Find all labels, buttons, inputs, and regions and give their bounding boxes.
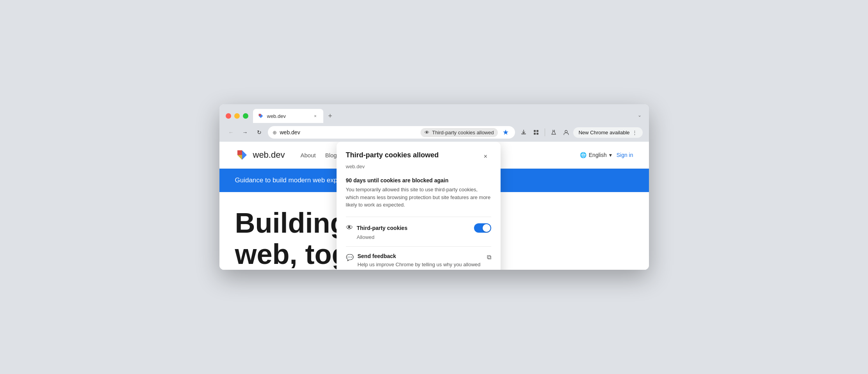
svg-rect-4 [536, 130, 538, 132]
active-tab[interactable]: web.dev × [253, 109, 323, 123]
svg-point-8 [565, 130, 567, 133]
toggle-left: 👁 Third-party cookies [346, 224, 408, 232]
popup-close-button[interactable]: × [480, 151, 491, 162]
feedback-content: Send feedback Help us improve Chrome by … [358, 253, 487, 270]
nav-about[interactable]: About [300, 152, 315, 159]
popup-divider-1 [346, 217, 491, 217]
feedback-text: Help us improve Chrome by telling us why… [358, 261, 487, 270]
popup-title: Third-party cookies allowed [346, 151, 439, 159]
profile-button[interactable] [561, 127, 572, 138]
svg-rect-6 [536, 133, 538, 135]
svg-marker-1 [258, 114, 260, 116]
globe-icon: 🌐 [580, 152, 586, 158]
feedback-title: Send feedback [358, 253, 487, 259]
language-label: English [589, 152, 607, 158]
feedback-external-link-icon[interactable]: ⧉ [487, 254, 491, 261]
svg-rect-3 [534, 130, 536, 132]
svg-rect-2 [521, 134, 526, 134]
popup-warning-title: 90 days until cookies are blocked again [346, 177, 491, 183]
toggle-sublabel: Allowed [357, 234, 491, 240]
popup-domain: web.dev [346, 164, 491, 169]
nav-right-controls: New Chrome available ⋮ [518, 127, 643, 138]
toggle-label: Third-party cookies [357, 225, 408, 231]
more-options-icon: ⋮ [632, 130, 637, 135]
back-button[interactable]: ← [226, 127, 237, 138]
address-secure-icon: ⊕ [273, 130, 277, 135]
nav-bar: ← → ↻ ⊕ web.dev 👁 Third-party cookies al… [219, 123, 649, 142]
popup-warning-text: You temporarily allowed this site to use… [346, 186, 491, 209]
tab-close-button[interactable]: × [312, 113, 319, 119]
bookmark-button[interactable]: ★ [501, 126, 510, 138]
new-chrome-button[interactable]: New Chrome available ⋮ [573, 127, 643, 138]
feedback-chat-icon: 💬 [346, 254, 354, 261]
cookies-badge-label: Third-party cookies allowed [432, 130, 494, 135]
nav-blog[interactable]: Blog [325, 152, 337, 159]
cookies-eye-icon: 👁 [346, 224, 353, 232]
minimize-window-button[interactable] [234, 113, 240, 119]
nav-separator [545, 128, 545, 136]
svg-rect-5 [534, 133, 536, 135]
cookies-popup: Third-party cookies allowed × web.dev 90… [337, 142, 501, 269]
forward-button[interactable]: → [240, 127, 251, 138]
toggle-section: 👁 Third-party cookies Allowed [346, 223, 491, 240]
browser-menu-chevron[interactable]: ⌄ [636, 112, 643, 118]
refresh-button[interactable]: ↻ [254, 127, 265, 138]
new-chrome-label: New Chrome available [579, 130, 630, 135]
toggle-knob [483, 224, 490, 232]
download-button[interactable] [518, 127, 529, 138]
site-logo[interactable]: web.dev [235, 148, 285, 162]
maximize-window-button[interactable] [243, 113, 248, 119]
svg-marker-10 [237, 150, 242, 155]
svg-marker-11 [237, 155, 242, 160]
popup-header: Third-party cookies allowed × [346, 151, 491, 162]
title-bar: web.dev × + ⌄ [219, 104, 649, 123]
lang-chevron-icon: ▾ [609, 152, 612, 158]
new-tab-button[interactable]: + [325, 110, 336, 121]
popup-warning: 90 days until cookies are blocked again … [346, 177, 491, 209]
site-name: web.dev [253, 150, 285, 160]
feedback-row: 💬 Send feedback Help us improve Chrome b… [346, 253, 491, 270]
popup-divider-2 [346, 246, 491, 247]
page-content: web.dev About Blog 🌐 English ▾ Sign in G… [219, 142, 649, 269]
close-window-button[interactable] [226, 113, 231, 119]
extensions-button[interactable] [531, 127, 542, 138]
tab-favicon [258, 113, 264, 119]
tab-title: web.dev [267, 113, 309, 119]
language-button[interactable]: 🌐 English ▾ [580, 152, 612, 158]
sign-in-button[interactable]: Sign in [617, 152, 633, 158]
eye-icon: 👁 [424, 130, 430, 135]
header-right: 🌐 English ▾ Sign in [580, 152, 633, 158]
address-text: web.dev [280, 129, 418, 135]
feedback-left: 💬 Send feedback Help us improve Chrome b… [346, 253, 487, 270]
webdev-logo-icon [235, 148, 249, 162]
traffic-lights [226, 113, 248, 119]
labs-button[interactable] [548, 127, 559, 138]
cookies-toggle-switch[interactable] [474, 223, 491, 233]
browser-window: web.dev × + ⌄ ← → ↻ ⊕ web.dev 👁 Third-pa… [219, 104, 649, 269]
address-bar[interactable]: ⊕ web.dev 👁 Third-party cookies allowed … [268, 126, 515, 139]
toggle-row: 👁 Third-party cookies [346, 223, 491, 233]
tab-bar: web.dev × + [253, 109, 632, 123]
cookies-badge-button[interactable]: 👁 Third-party cookies allowed [421, 128, 497, 137]
